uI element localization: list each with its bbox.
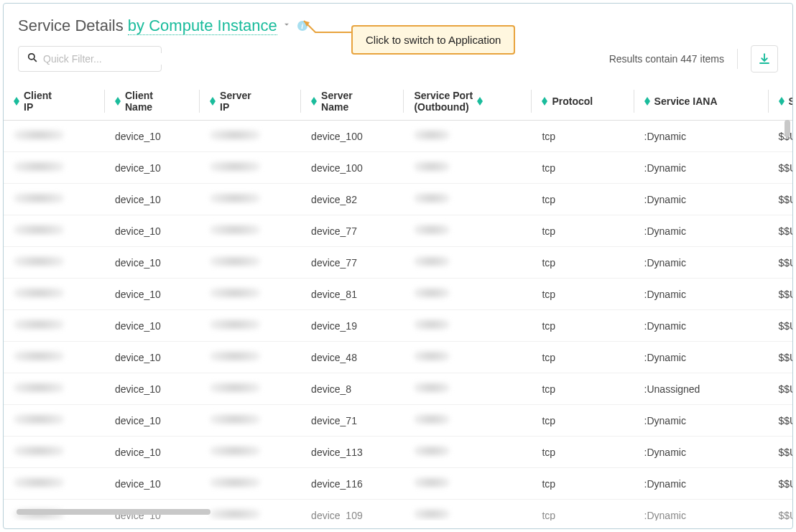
cell-redacted [4,310,105,342]
cell: device_10 [105,373,200,405]
svg-marker-8 [210,101,216,106]
download-icon [758,52,771,65]
table-row[interactable]: device_10device_77tcp:Dynamic$$UNKNO [4,247,792,279]
cell-redacted [404,310,532,342]
cell: :Dynamic [634,247,769,279]
column-header[interactable]: ServerIP [200,83,301,121]
svg-marker-18 [779,101,785,106]
cell-redacted [4,152,105,184]
cell-redacted [404,373,532,405]
cell: :Dynamic [634,279,769,310]
cell: device_113 [301,437,404,468]
cell: tcp [532,247,634,279]
column-label: ClientIP [24,90,52,113]
svg-marker-12 [477,101,483,106]
svg-marker-6 [115,101,121,106]
sort-icon[interactable] [115,97,121,106]
svg-marker-10 [311,101,317,106]
column-label: ServerName [321,90,353,113]
cell: tcp [532,373,634,405]
column-header[interactable]: Protocol [532,83,634,121]
download-button[interactable] [751,45,778,73]
column-label: Service [789,95,792,107]
column-header[interactable]: Service Port(Outbound) [404,83,532,121]
cell: :Dynamic [634,437,769,468]
sort-icon[interactable] [542,97,547,106]
column-header[interactable]: Service [769,83,792,121]
column-header[interactable]: ClientIP [4,83,105,121]
column-header[interactable]: ClientName [105,83,200,121]
cell: device_8 [301,373,404,405]
table-row[interactable]: device_10device_100tcp:Dynamic$$UNKNO [4,121,792,152]
table-row[interactable]: device_10device_77tcp:Dynamic$$UNKNO [4,215,792,247]
cell: device_10 [105,247,200,279]
cell: :Dynamic [634,121,769,152]
cell: device_10 [105,184,200,215]
vertical-scrollbar[interactable] [784,120,791,508]
horizontal-scroll-thumb[interactable] [17,509,210,515]
cell-redacted [200,215,301,247]
table-row[interactable]: device_10device_19tcp:Dynamic$$UNKNO [4,310,792,342]
sort-icon[interactable] [644,97,650,106]
view-switch-link[interactable]: by Compute Instance [128,17,277,35]
column-header[interactable]: Service IANA [634,83,769,121]
cell: device_71 [301,405,404,437]
cell-redacted [404,342,532,373]
cell: tcp [532,342,634,373]
sort-icon[interactable] [477,97,483,106]
table-row[interactable]: device_10device_82tcp:Dynamic$$UNKNO [4,184,792,215]
cell-redacted [404,121,532,152]
cell-redacted [404,437,532,468]
cell-redacted [200,310,301,342]
cell: tcp [532,152,634,184]
cell: device_10 [105,310,200,342]
service-details-panel: Service Details by Compute Instance i Cl… [3,3,793,529]
svg-line-2 [34,59,37,62]
table-row[interactable]: device_10device_100tcp:Dynamic$$UNKNO [4,152,792,184]
cell: device_10 [105,215,200,247]
cell-redacted [404,215,532,247]
quick-filter-input[interactable] [43,53,169,65]
table-row[interactable]: device_10device_116tcp:Dynamic$$UNKNO [4,468,792,500]
chevron-down-icon[interactable] [282,19,292,32]
cell: tcp [532,215,634,247]
cell: device_48 [301,342,404,373]
cell: tcp [532,437,634,468]
cell-redacted [404,184,532,215]
table-row[interactable]: device_10device_8tcp:Unassigned$$UNKNO [4,373,792,405]
cell: device_10 [105,437,200,468]
cell-redacted [4,184,105,215]
cell-redacted [4,279,105,310]
sort-icon[interactable] [14,97,19,106]
cell-redacted [404,405,532,437]
quick-filter-wrap[interactable] [18,46,162,72]
sort-icon[interactable] [311,97,317,106]
cell-redacted [200,373,301,405]
svg-marker-16 [644,101,650,106]
horizontal-scrollbar[interactable] [17,509,778,516]
vertical-scroll-thumb[interactable] [785,120,790,137]
cell-redacted [200,121,301,152]
cell: tcp [532,310,634,342]
cell-redacted [200,279,301,310]
cell: device_77 [301,215,404,247]
cell: device_10 [105,405,200,437]
cell-redacted [4,342,105,373]
cell: device_81 [301,279,404,310]
sort-icon[interactable] [210,97,216,106]
cell-redacted [404,247,532,279]
cell: device_10 [105,279,200,310]
cell: tcp [532,468,634,500]
table-row[interactable]: device_10device_81tcp:Dynamic$$UNKNO [4,279,792,310]
sort-icon[interactable] [779,97,785,106]
cell-redacted [200,437,301,468]
table-row[interactable]: device_10device_113tcp:Dynamic$$UNKNO [4,437,792,468]
cell: device_10 [105,468,200,500]
cell-redacted [4,468,105,500]
column-header[interactable]: ServerName [301,83,404,121]
table-scroll[interactable]: ClientIPClientNameServerIPServerNameServ… [4,83,792,521]
divider [737,49,738,69]
table-row[interactable]: device_10device_48tcp:Dynamic$$UNKNO [4,342,792,373]
table-row[interactable]: device_10device_71tcp:Dynamic$$UNKNO [4,405,792,437]
page-title: Service Details by Compute Instance [18,17,277,35]
